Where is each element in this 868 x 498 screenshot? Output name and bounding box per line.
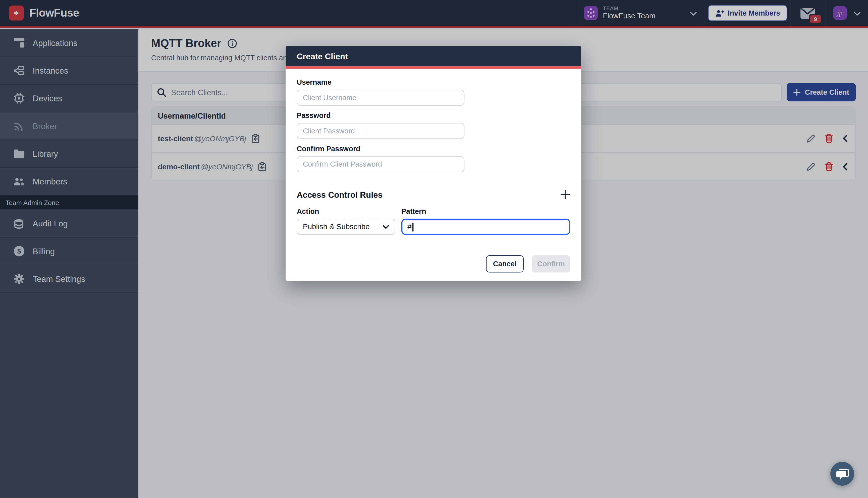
username-input[interactable] [297, 90, 464, 106]
modal-accent-line [285, 66, 581, 69]
modal-title: Create Client [297, 52, 348, 61]
access-control-rules-heading: Access Control Rules [297, 190, 383, 199]
text-cursor [412, 222, 413, 231]
cancel-button[interactable]: Cancel [486, 255, 524, 272]
action-select[interactable]: Publish & Subscribe [297, 219, 395, 235]
app: FlowFuse TEAM: FlowFuse Team Invite Memb… [0, 0, 868, 498]
password-input[interactable] [297, 123, 464, 139]
add-rule-plus-icon[interactable] [560, 189, 570, 199]
create-client-modal: Create Client Username Password Confirm … [285, 46, 581, 281]
select-chevron-down-icon [383, 225, 389, 229]
action-label: Action [297, 207, 395, 215]
pattern-label: Pattern [401, 207, 426, 215]
username-label: Username [297, 78, 570, 87]
confirm-password-label: Confirm Password [297, 144, 570, 153]
password-label: Password [297, 111, 570, 120]
modal-header: Create Client [285, 46, 581, 67]
pattern-input[interactable] [401, 219, 570, 235]
chat-widget-button[interactable] [830, 462, 854, 486]
chat-bubbles-icon [836, 468, 849, 480]
confirm-password-input[interactable] [297, 156, 464, 172]
action-select-value: Publish & Subscribe [303, 223, 370, 231]
confirm-button[interactable]: Confirm [532, 255, 570, 272]
